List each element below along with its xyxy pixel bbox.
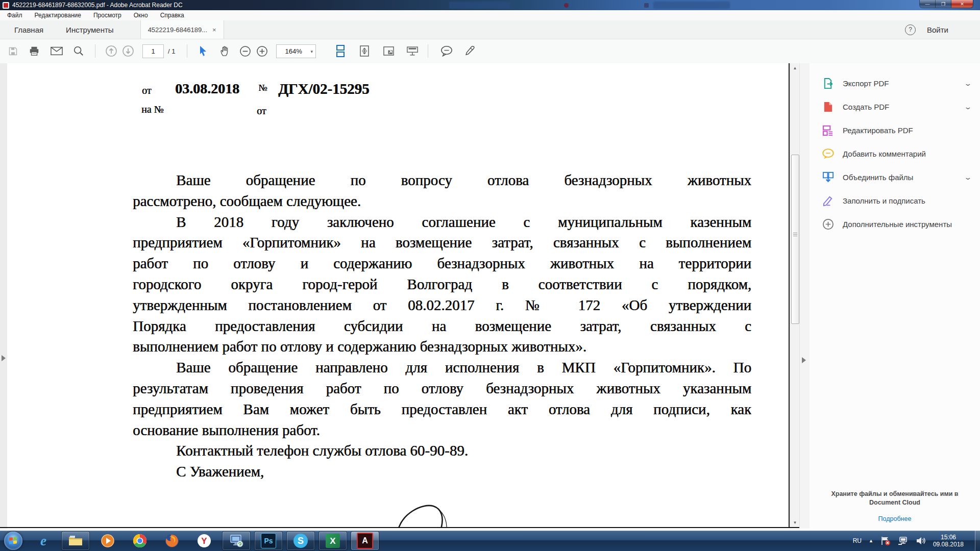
menu-edit[interactable]: Редактирование bbox=[29, 10, 87, 20]
body-line: работ по отлову и содержанию безнадзорны… bbox=[133, 253, 751, 274]
taskbar-skype[interactable]: S bbox=[287, 532, 314, 550]
menu-help[interactable]: Справка bbox=[154, 10, 190, 20]
presentation-button[interactable] bbox=[404, 39, 421, 63]
find-button[interactable] bbox=[70, 39, 87, 63]
highlight-tool-button[interactable] bbox=[461, 39, 478, 63]
close-button[interactable]: ✕ bbox=[951, 0, 973, 8]
print-button[interactable] bbox=[27, 39, 42, 63]
search-icon bbox=[73, 45, 84, 57]
tab-document[interactable]: 4522219-6846189... × bbox=[140, 20, 224, 39]
panel-item-label: Заполнить и подписать bbox=[843, 196, 925, 205]
panel-item-label: Объединить файлы bbox=[843, 173, 913, 182]
panel-item-more-tools[interactable]: Дополнительные инструменты bbox=[810, 213, 980, 236]
start-button[interactable] bbox=[4, 532, 22, 550]
chevron-down-icon[interactable]: ⌄ bbox=[964, 80, 972, 87]
scroll-up-icon[interactable]: ▲ bbox=[791, 64, 799, 71]
scrolling-mode-button[interactable] bbox=[332, 39, 349, 63]
chrome-icon bbox=[133, 534, 147, 548]
chevron-down-icon[interactable]: ⌄ bbox=[964, 173, 972, 181]
body-line: Ваше обращение направлено для исполнения… bbox=[133, 357, 751, 378]
page-number-input[interactable]: 1 bbox=[142, 44, 164, 58]
panel-item-export-pdf[interactable]: Экспорт PDF ⌄ bbox=[810, 72, 980, 95]
page-up-icon bbox=[105, 45, 117, 57]
menu-window[interactable]: Окно bbox=[128, 10, 154, 20]
show-desktop-button[interactable] bbox=[975, 531, 980, 551]
left-panel-expand-icon[interactable] bbox=[2, 355, 6, 361]
taskbar-media-player[interactable] bbox=[94, 532, 121, 550]
fit-page-button[interactable] bbox=[356, 39, 373, 63]
scrollbar-thumb[interactable] bbox=[791, 155, 799, 324]
zoom-in-icon bbox=[256, 45, 268, 57]
scroll-down-icon[interactable]: ▼ bbox=[791, 519, 799, 526]
add-comment-icon bbox=[822, 148, 834, 160]
fullscreen-button[interactable] bbox=[380, 39, 397, 63]
taskbar-photoshop[interactable]: Ps bbox=[255, 532, 282, 550]
windows-logo-icon bbox=[9, 537, 17, 545]
left-panel-strip bbox=[0, 63, 7, 529]
panel-item-create-pdf[interactable]: Создать PDF ⌄ bbox=[810, 95, 980, 118]
print-icon bbox=[29, 45, 40, 57]
taskbar-excel[interactable]: X bbox=[319, 532, 347, 550]
taskbar-internet-explorer[interactable]: e bbox=[30, 532, 57, 550]
tab-home[interactable]: Главная bbox=[0, 20, 55, 39]
add-comment-button[interactable] bbox=[438, 39, 455, 63]
computer-icon bbox=[229, 534, 243, 547]
panel-item-combine-files[interactable]: Объединить файлы ⌄ bbox=[810, 166, 980, 189]
panel-item-add-comment[interactable]: Добавить комментарий bbox=[810, 142, 980, 165]
fullscreen-icon bbox=[383, 46, 395, 56]
taskbar-acrobat[interactable]: A bbox=[351, 532, 379, 550]
panel-item-label: Дополнительные инструменты bbox=[843, 220, 952, 229]
help-icon[interactable]: ? bbox=[905, 24, 916, 35]
body-line: утвержденным постановлением от 08.02.201… bbox=[133, 295, 751, 316]
clock[interactable]: 15:06 09.08.2018 bbox=[933, 534, 964, 548]
chevron-down-icon[interactable]: ⌄ bbox=[964, 103, 972, 111]
panel-item-edit-pdf[interactable]: Редактировать PDF bbox=[810, 119, 980, 142]
export-pdf-icon bbox=[822, 78, 834, 90]
taskbar-chrome[interactable] bbox=[126, 532, 154, 550]
maximize-button[interactable]: ❐ bbox=[936, 0, 951, 8]
taskbar-windows-explorer[interactable] bbox=[62, 532, 89, 550]
language-indicator[interactable]: RU bbox=[853, 537, 862, 544]
zoom-level-select[interactable]: 164% ▾ bbox=[276, 44, 316, 58]
letter-number: ДГХ/02-15295 bbox=[278, 81, 370, 97]
email-button[interactable] bbox=[48, 39, 65, 63]
body-lines: Ваше обращение по вопросу отлова безнадз… bbox=[133, 170, 751, 482]
tab-tools[interactable]: Инструменты bbox=[55, 20, 125, 39]
menu-view[interactable]: Просмотр bbox=[87, 10, 128, 20]
learn-more-link[interactable]: Подробнее bbox=[878, 515, 912, 522]
save-button[interactable] bbox=[5, 39, 20, 63]
tools-panel: Экспорт PDF ⌄ Создать PDF ⌄ Редактироват… bbox=[810, 63, 980, 531]
taskbar-firefox[interactable] bbox=[158, 532, 186, 550]
clock-time: 15:06 bbox=[933, 534, 964, 541]
next-page-button[interactable] bbox=[120, 39, 136, 63]
menu-file[interactable]: Файл bbox=[0, 10, 29, 20]
taskbar-remote-desktop[interactable] bbox=[223, 532, 250, 550]
right-panel-expand-icon[interactable] bbox=[802, 357, 806, 363]
action-center-flag-icon[interactable] bbox=[880, 536, 891, 545]
vertical-scrollbar[interactable]: ▲ ▼ bbox=[790, 63, 799, 527]
taskbar-yandex-browser[interactable]: Y bbox=[190, 532, 218, 550]
hidden-icons-chevron[interactable]: ▲ bbox=[869, 538, 873, 543]
minimize-button[interactable]: — bbox=[920, 0, 936, 8]
body-line: В 2018 году заключено соглашение с муниц… bbox=[133, 212, 751, 233]
tab-bar: Главная Инструменты 4522219-6846189... ×… bbox=[0, 20, 980, 39]
body-line: предприятием Вам может быть предоставлен… bbox=[133, 399, 751, 420]
zoom-level-value: 164% bbox=[277, 47, 310, 55]
background-window-artifact bbox=[653, 2, 730, 9]
select-tool-button[interactable] bbox=[195, 39, 211, 63]
zoom-out-button[interactable] bbox=[237, 39, 253, 63]
volume-icon[interactable] bbox=[916, 536, 926, 545]
page-count: / 1 bbox=[168, 39, 175, 63]
panel-item-fill-sign[interactable]: Заполнить и подписать bbox=[810, 189, 980, 212]
network-icon[interactable] bbox=[898, 536, 909, 545]
zoom-in-button[interactable] bbox=[254, 39, 270, 63]
save-icon bbox=[8, 46, 18, 57]
fit-page-icon bbox=[359, 45, 370, 57]
previous-page-button[interactable] bbox=[104, 39, 119, 63]
page-scrolling-icon bbox=[335, 45, 346, 57]
close-tab-icon[interactable]: × bbox=[212, 26, 216, 34]
email-icon bbox=[51, 46, 63, 56]
sign-in-button[interactable]: Войти bbox=[927, 26, 948, 34]
panel-item-label: Добавить комментарий bbox=[843, 149, 926, 158]
hand-tool-button[interactable] bbox=[216, 39, 233, 63]
